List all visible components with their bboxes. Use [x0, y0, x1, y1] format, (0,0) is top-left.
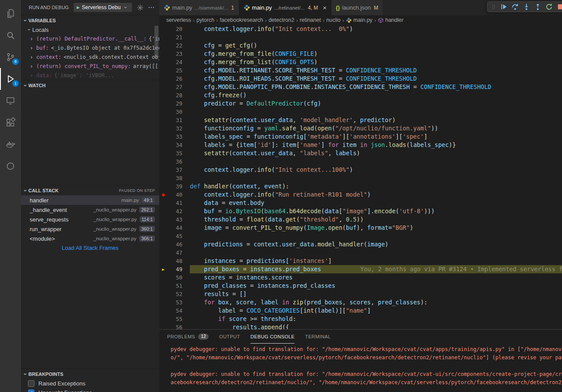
stack-frame-row[interactable]: _handle_event_nuclio_wrapper.py262:1	[21, 205, 159, 215]
code-text[interactable]: pred_classes = instances.pred_classes	[190, 282, 562, 290]
editor-gutter[interactable]: 23	[159, 50, 190, 58]
code-text[interactable]: predictor = DefaultPredictor(cfg)	[190, 99, 562, 108]
code-text[interactable]: threshold = float(data.get("threshold", …	[190, 215, 562, 224]
activity-item-source-control[interactable]: 8	[0, 46, 21, 68]
code-text[interactable]	[190, 157, 562, 166]
variable-row[interactable]: ›(return) DefaultPredictor.__call__:{'in…	[21, 34, 159, 43]
code-text[interactable]: cfg.merge_from_list(CONFIG_OPTS)	[190, 58, 562, 66]
code-text[interactable]	[190, 33, 562, 41]
editor-gutter[interactable]: 44	[159, 224, 190, 232]
code-text[interactable]: results = []	[190, 290, 562, 298]
code-text[interactable]: context.logger.info("Run retinanet-R101 …	[190, 191, 562, 199]
editor-gutter[interactable]: ▶49	[159, 265, 190, 273]
code-text[interactable]: labels_spec = functionconfig['metadata']…	[190, 133, 562, 141]
breakpoints-section-header[interactable]: › BREAKPOINTS	[21, 369, 159, 379]
load-all-stack-frames-link[interactable]: Load All Stack Frames	[21, 245, 159, 251]
editor-gutter[interactable]: 54	[159, 307, 190, 315]
editor-gutter[interactable]: 47	[159, 249, 190, 257]
variables-section-header[interactable]: › VARIABLES	[21, 15, 159, 25]
code-area[interactable]: 20 context.logger.info("Init context... …	[159, 25, 562, 329]
stack-frame-row[interactable]: serve_requests_nuclio_wrapper.py114:1	[21, 215, 159, 224]
code-text[interactable]	[190, 232, 562, 240]
activity-item-search[interactable]	[0, 24, 21, 46]
grip-icon[interactable]	[491, 3, 496, 10]
editor-gutter[interactable]: 39	[159, 182, 190, 191]
editor-gutter[interactable]: 31	[159, 116, 190, 124]
code-text[interactable]: instances = predictions['instances']	[190, 257, 562, 265]
panel-tab-problems[interactable]: PROBLEMS12	[167, 330, 209, 344]
editor-gutter[interactable]: 32	[159, 124, 190, 133]
breadcrumb-item[interactable]: serverless	[166, 17, 191, 23]
code-text[interactable]: if score >= threshold:	[190, 315, 562, 323]
code-text[interactable]: image = convert_PIL_to_numpy(Image.open(…	[190, 224, 562, 232]
code-text[interactable]: label = COCO_CATEGORIES[int(label)]["nam…	[190, 307, 562, 315]
restart-icon[interactable]	[545, 3, 553, 10]
editor-gutter[interactable]: 55	[159, 315, 190, 323]
editor-gutter[interactable]: 53	[159, 298, 190, 307]
code-text[interactable]: cfg = get_cfg()	[190, 41, 562, 50]
gear-icon[interactable]	[137, 4, 144, 11]
editor-gutter[interactable]: 34	[159, 141, 190, 149]
breadcrumb-item[interactable]: main.py	[346, 17, 373, 23]
editor-tab[interactable]: main.py.../siammask/...1	[159, 0, 239, 15]
editor-gutter[interactable]: 50	[159, 273, 190, 282]
code-text[interactable]: cfg.MODEL.PANOPTIC_FPN.COMBINE.INSTANCES…	[190, 83, 562, 91]
code-text[interactable]: labels = {item['id']: item['name'] for i…	[190, 141, 562, 149]
code-text[interactable]: cfg.MODEL.ROI_HEADS.SCORE_THRESH_TEST = …	[190, 75, 562, 83]
editor-gutter[interactable]: 36	[159, 157, 190, 166]
code-text[interactable]: setattr(context.user_data, "labels", lab…	[190, 149, 562, 157]
editor-gutter[interactable]: 33	[159, 133, 190, 141]
step-over-icon[interactable]	[511, 3, 519, 10]
activity-item-docker[interactable]	[0, 133, 21, 155]
editor-gutter[interactable]: 26	[159, 75, 190, 83]
step-into-icon[interactable]	[523, 3, 530, 10]
breadcrumb-item[interactable]: handler	[378, 17, 404, 23]
editor-gutter[interactable]: 20	[159, 25, 190, 33]
panel-tab-debug-console[interactable]: DEBUG CONSOLE	[250, 330, 295, 344]
code-text[interactable]: buf = io.BytesIO(base64.b64decode(data["…	[190, 207, 562, 215]
step-out-icon[interactable]	[534, 3, 541, 10]
variable-row[interactable]: ›context:<nuclio_sdk.context.Context obj…	[21, 52, 159, 61]
stack-frame-row[interactable]: <module>_nuclio_wrapper.py366:1	[21, 234, 159, 243]
launch-config-dropdown[interactable]: ▶ Serverless Debu ›	[73, 3, 133, 12]
editor-gutter[interactable]: 21	[159, 33, 190, 41]
editor-gutter[interactable]: 24	[159, 58, 190, 66]
code-text[interactable]: context.logger.info("Init context...100%…	[190, 166, 562, 174]
checkbox[interactable]	[28, 380, 34, 387]
editor-gutter[interactable]: 37	[159, 166, 190, 174]
code-text[interactable]: results.append({	[190, 323, 562, 329]
activity-item-remote-explorer[interactable]	[0, 90, 21, 112]
code-text[interactable]	[190, 108, 562, 116]
editor-gutter[interactable]: 42	[159, 207, 190, 215]
code-text[interactable]: functionconfig = yaml.safe_load(open("/o…	[190, 124, 562, 133]
editor-gutter[interactable]: 30	[159, 108, 190, 116]
editor-gutter[interactable]: 45	[159, 232, 190, 240]
activity-item-extensions[interactable]	[0, 112, 21, 133]
code-text[interactable]: cfg.freeze()	[190, 91, 562, 99]
editor-gutter[interactable]: 22	[159, 41, 190, 50]
activity-item-files[interactable]	[0, 3, 21, 24]
scrollbar[interactable]	[154, 26, 158, 58]
call-stack-section-header[interactable]: › CALL STACK PAUSED ON STEP	[21, 185, 159, 195]
editor-tab[interactable]: main.py.../retinanet/...4, M×	[239, 0, 332, 15]
breadcrumb-item[interactable]: retinanet	[300, 17, 321, 23]
activity-item-run-debug[interactable]: 1	[0, 68, 21, 90]
watch-section-header[interactable]: › WATCH	[21, 80, 159, 90]
scope-locals[interactable]: › Locals	[21, 25, 159, 34]
editor-gutter[interactable]: 25	[159, 66, 190, 75]
variable-row[interactable]: ›(return) convert_PIL_to_numpy:array([[[…	[21, 61, 159, 71]
stack-frame-row[interactable]: handlermain.py49:1	[21, 195, 159, 205]
code-text[interactable]: cfg.MODEL.RETINANET.SCORE_THRESH_TEST = …	[190, 66, 562, 75]
code-text[interactable]: def handler(context, event):	[190, 182, 562, 191]
editor-gutter[interactable]: 41	[159, 199, 190, 207]
panel-tab-terminal[interactable]: TERMINAL	[305, 330, 331, 344]
editor-gutter[interactable]: ●40	[159, 191, 190, 199]
variable-row[interactable]: ›buf:<_io.BytesIO object at 0x7f5a2dc1ec…	[21, 43, 159, 52]
editor-gutter[interactable]: 27	[159, 83, 190, 91]
stack-frame-row[interactable]: run_wrapper_nuclio_wrapper.py360:1	[21, 224, 159, 234]
continue-icon[interactable]	[500, 3, 507, 10]
editor-gutter[interactable]: 38	[159, 174, 190, 182]
breadcrumb-item[interactable]: detectron2	[268, 17, 294, 23]
code-text[interactable]: predictions = context.user_data.model_ha…	[190, 240, 562, 249]
checkbox[interactable]: ✓	[28, 389, 34, 392]
